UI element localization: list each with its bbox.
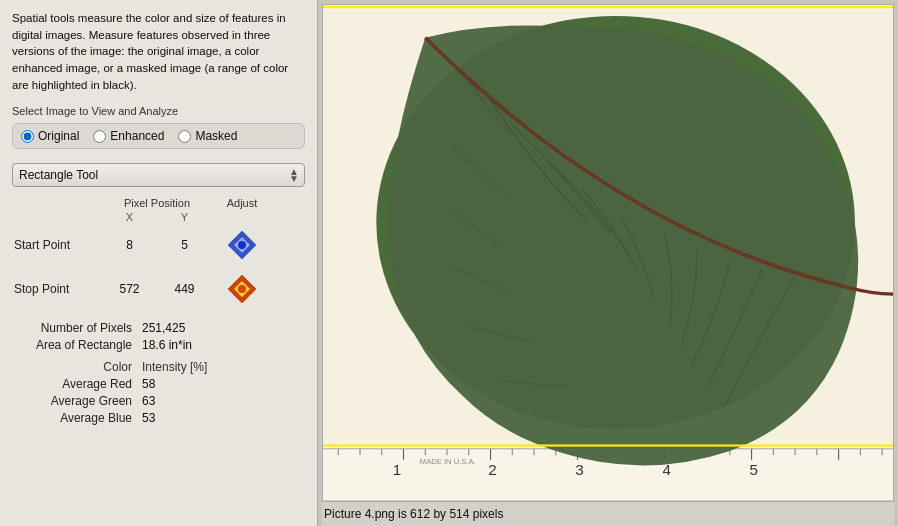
start-y-value: 5 (157, 238, 212, 252)
svg-text:1: 1 (393, 461, 401, 478)
image-view-selector: Original Enhanced Masked (12, 123, 305, 149)
color-col-header: Color (12, 360, 142, 374)
left-panel: Spatial tools measure the color and size… (0, 0, 318, 526)
radio-enhanced[interactable]: Enhanced (93, 129, 164, 143)
num-pixels-value: 251,425 (142, 321, 185, 335)
area-row: Area of Rectangle 18.6 in*in (12, 338, 305, 352)
svg-text:3: 3 (575, 461, 583, 478)
stop-x-value: 572 (102, 282, 157, 296)
stats-section: Number of Pixels 251,425 Area of Rectang… (12, 321, 305, 428)
area-label: Area of Rectangle (12, 338, 142, 352)
color-intensity-header: Color Intensity [%] (12, 360, 305, 374)
empty-sub (12, 211, 102, 223)
adjust-header: Adjust (212, 197, 272, 209)
empty-col (12, 197, 102, 209)
radio-masked[interactable]: Masked (178, 129, 237, 143)
x-sub-header: X (102, 211, 157, 223)
avg-red-row: Average Red 58 (12, 377, 305, 391)
stop-point-row: Stop Point 572 449 (12, 271, 305, 307)
orange-diamond-icon (224, 271, 260, 307)
stop-adjust-button[interactable] (212, 271, 272, 307)
stop-point-label: Stop Point (12, 282, 102, 296)
radio-masked-label: Masked (195, 129, 237, 143)
avg-blue-value: 53 (142, 411, 155, 425)
svg-text:MADE IN U.S.A.: MADE IN U.S.A. (420, 457, 476, 466)
avg-blue-row: Average Blue 53 (12, 411, 305, 425)
tool-select[interactable]: Rectangle Tool Line Tool Point Tool (12, 163, 305, 187)
description-text: Spatial tools measure the color and size… (12, 10, 305, 93)
adjust-sub (212, 211, 272, 223)
start-point-label: Start Point (12, 238, 102, 252)
select-image-label: Select Image to View and Analyze (12, 105, 305, 117)
tool-dropdown-wrapper: Rectangle Tool Line Tool Point Tool ▲▼ (12, 163, 305, 187)
start-adjust-button[interactable] (212, 227, 272, 263)
svg-text:2: 2 (488, 461, 496, 478)
coords-section: Pixel Position Adjust X Y Start Point 8 … (12, 197, 305, 315)
avg-blue-label: Average Blue (12, 411, 142, 425)
radio-enhanced-label: Enhanced (110, 129, 164, 143)
tool-dropdown-row: Rectangle Tool Line Tool Point Tool ▲▼ (12, 163, 305, 187)
area-value: 18.6 in*in (142, 338, 192, 352)
caption-bar: Picture 4.png is 612 by 514 pixels (322, 502, 894, 526)
y-sub-header: Y (157, 211, 212, 223)
avg-green-row: Average Green 63 (12, 394, 305, 408)
image-container: 1 2 3 4 5 MADE IN U.S.A. (322, 4, 894, 502)
leaf-image: 1 2 3 4 5 MADE IN U.S.A. (323, 5, 893, 501)
intensity-col-header: Intensity [%] (142, 360, 207, 374)
radio-original-label: Original (38, 129, 79, 143)
svg-point-5 (238, 285, 246, 293)
svg-point-2 (238, 241, 246, 249)
num-pixels-row: Number of Pixels 251,425 (12, 321, 305, 335)
avg-green-value: 63 (142, 394, 155, 408)
blue-diamond-icon (224, 227, 260, 263)
right-panel: 1 2 3 4 5 MADE IN U.S.A. (318, 0, 898, 526)
stop-y-value: 449 (157, 282, 212, 296)
start-x-value: 8 (102, 238, 157, 252)
radio-original[interactable]: Original (21, 129, 79, 143)
svg-text:5: 5 (749, 461, 757, 478)
caption-text: Picture 4.png is 612 by 514 pixels (324, 507, 503, 521)
start-point-row: Start Point 8 5 (12, 227, 305, 263)
pixel-position-header: Pixel Position (102, 197, 212, 209)
avg-red-value: 58 (142, 377, 155, 391)
num-pixels-label: Number of Pixels (12, 321, 142, 335)
avg-red-label: Average Red (12, 377, 142, 391)
avg-green-label: Average Green (12, 394, 142, 408)
